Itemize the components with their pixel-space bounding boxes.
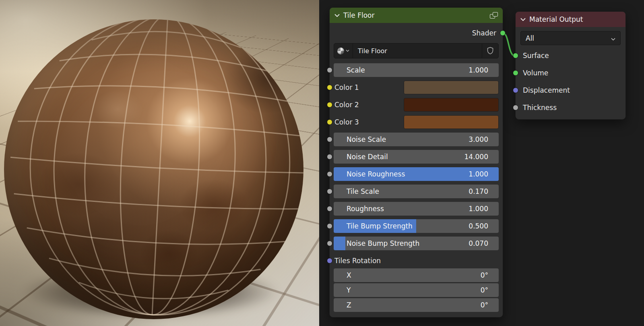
row-noise-bump-strength: Noise Bump Strength 0.070: [334, 237, 499, 250]
input-socket-tiles-rotation[interactable]: [327, 258, 332, 264]
slider-tile-scale[interactable]: Tile Scale 0.170: [334, 185, 499, 198]
rotation-y-field[interactable]: Y 0°: [334, 283, 499, 297]
row-color-2: Color 2: [334, 98, 499, 112]
material-name-field[interactable]: Tile Floor: [353, 44, 482, 58]
slider-noise-scale[interactable]: Noise Scale 3.000: [334, 133, 499, 146]
color-swatch-3[interactable]: [404, 115, 499, 129]
row-surface: Surface: [520, 47, 621, 64]
preview-sphere: [4, 19, 303, 319]
node-material-output[interactable]: Material Output All Surface Volume: [515, 11, 626, 120]
rotation-z-field[interactable]: Z 0°: [334, 298, 499, 312]
collapse-chevron-icon[interactable]: [520, 18, 526, 21]
displacement-input-socket[interactable]: [513, 87, 518, 93]
row-rotation-z: Z 0°: [334, 298, 499, 312]
row-tile-scale: Tile Scale 0.170: [334, 185, 499, 198]
node-title: Tile Floor: [343, 11, 374, 19]
input-socket-tile-bump-strength[interactable]: [327, 223, 332, 229]
color-swatch-1[interactable]: [404, 81, 499, 94]
material-icon: [337, 48, 344, 54]
row-rotation-x: X 0°: [334, 268, 499, 282]
row-volume: Volume: [520, 64, 621, 81]
fake-user-button[interactable]: [482, 44, 498, 58]
row-color-3: Color 3: [334, 115, 499, 129]
input-socket-noise-bump-strength[interactable]: [327, 241, 332, 246]
input-socket-color-2[interactable]: [327, 102, 332, 108]
input-socket-tile-scale[interactable]: [327, 189, 332, 194]
input-socket-scale[interactable]: [327, 67, 332, 73]
row-roughness: Roughness 1.000: [334, 202, 499, 216]
3d-viewport[interactable]: [0, 0, 319, 326]
row-rotation-y: Y 0°: [334, 283, 499, 297]
row-thickness: Thickness: [520, 99, 621, 116]
shader-output-socket[interactable]: [500, 30, 506, 36]
row-color-1: Color 1: [334, 81, 499, 94]
slider-noise-bump-strength[interactable]: Noise Bump Strength 0.070: [334, 237, 499, 250]
thickness-input-socket[interactable]: [513, 105, 518, 110]
slider-noise-roughness[interactable]: Noise Roughness 1.000: [334, 167, 499, 181]
rotation-x-field[interactable]: X 0°: [334, 268, 499, 282]
shader-node-editor[interactable]: Tile Floor Shader Tile Floor: [319, 0, 644, 326]
node-group-icon: [490, 12, 498, 19]
material-selector: Tile Floor: [334, 43, 499, 58]
row-noise-scale: Noise Scale 3.000: [334, 133, 499, 146]
row-tile-bump-strength: Tile Bump Strength 0.500: [334, 219, 499, 233]
collapse-chevron-icon[interactable]: [334, 14, 340, 17]
input-socket-color-1[interactable]: [327, 85, 332, 90]
row-noise-roughness: Noise Roughness 1.000: [334, 167, 499, 181]
surface-input-socket[interactable]: [513, 53, 518, 58]
material-browse-button[interactable]: [334, 44, 353, 58]
shader-output-row: Shader: [334, 23, 499, 43]
slider-scale[interactable]: Scale 1.000: [334, 63, 499, 77]
row-scale: Scale 1.000: [334, 63, 499, 77]
tile-floor-node-header[interactable]: Tile Floor: [330, 8, 503, 23]
shield-icon: [487, 47, 494, 55]
row-tiles-rotation: Tiles Rotation: [334, 254, 499, 268]
input-socket-roughness[interactable]: [327, 206, 332, 212]
chevron-down-icon: [611, 34, 615, 42]
material-output-node-header[interactable]: Material Output: [516, 12, 625, 27]
shader-output-label: Shader: [472, 29, 496, 37]
input-socket-noise-scale[interactable]: [327, 137, 332, 142]
node-title: Material Output: [529, 15, 583, 23]
row-displacement: Displacement: [520, 81, 621, 99]
tiles-rotation-vector: X 0° Y 0° Z 0°: [334, 268, 499, 312]
input-socket-noise-detail[interactable]: [327, 154, 332, 160]
input-socket-noise-roughness[interactable]: [327, 171, 332, 177]
input-socket-color-3[interactable]: [327, 119, 332, 125]
slider-roughness[interactable]: Roughness 1.000: [334, 202, 499, 216]
volume-input-socket[interactable]: [513, 70, 518, 76]
slider-noise-detail[interactable]: Noise Detail 14.000: [334, 150, 499, 164]
chevron-down-icon: [346, 50, 349, 52]
row-noise-detail: Noise Detail 14.000: [334, 150, 499, 164]
output-target-dropdown[interactable]: All: [520, 31, 621, 45]
sphere-tile-grid: [4, 19, 303, 319]
slider-tile-bump-strength[interactable]: Tile Bump Strength 0.500: [334, 219, 499, 233]
color-swatch-2[interactable]: [404, 98, 499, 112]
blender-window: Tile Floor Shader Tile Floor: [0, 0, 644, 326]
node-tile-floor[interactable]: Tile Floor Shader Tile Floor: [329, 7, 503, 318]
